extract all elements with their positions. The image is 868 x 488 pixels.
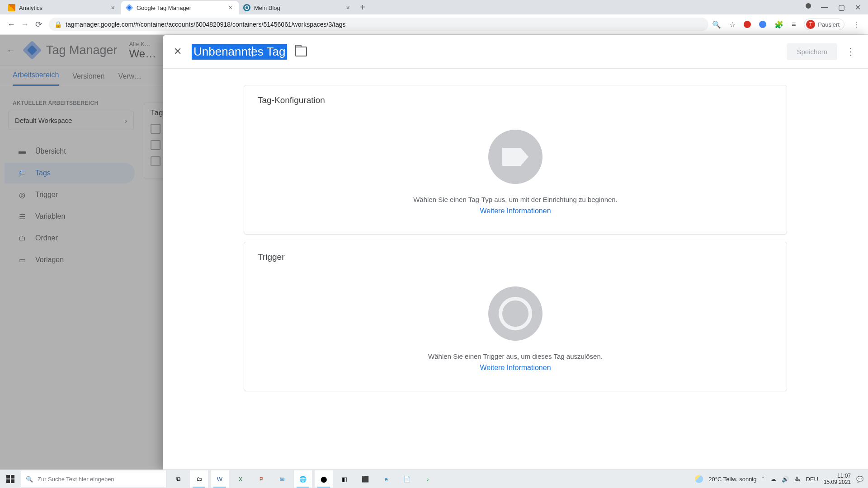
- card-title: Trigger: [258, 252, 773, 262]
- back-button[interactable]: ←: [5, 20, 18, 29]
- start-button[interactable]: [0, 470, 21, 488]
- close-icon[interactable]: ×: [227, 3, 234, 12]
- close-icon[interactable]: ×: [109, 3, 117, 12]
- tag-editor-sheet: ✕ Unbenanntes Tag Speichern ⋮ Tag-Konfig…: [163, 35, 868, 470]
- tab-blog[interactable]: Mein Blog ×: [239, 1, 356, 14]
- mail-icon[interactable]: ✉: [273, 470, 291, 488]
- sheet-header: ✕ Unbenanntes Tag Speichern ⋮: [163, 35, 868, 68]
- address-bar[interactable]: 🔒 tagmanager.google.com/#/container/acco…: [49, 18, 708, 31]
- clock-date: 15.09.2021: [824, 479, 851, 485]
- new-tab-button[interactable]: +: [356, 0, 369, 14]
- save-button[interactable]: Speichern: [787, 43, 837, 60]
- extensions-icon[interactable]: 🧩: [774, 20, 783, 29]
- excel-icon[interactable]: X: [231, 470, 250, 488]
- search-icon: 🔍: [26, 476, 33, 483]
- profile-dot-icon[interactable]: [806, 3, 811, 9]
- tag-name-text: Unbenanntes Tag: [193, 45, 285, 58]
- taskbar-apps: ⧉ 🗂 W X P ✉ 🌐 ⬤ ◧ ⬛ e 📄 ♪: [169, 470, 437, 488]
- windows-taskbar: 🔍 Zur Suche Text hier eingeben ⧉ 🗂 W X P…: [0, 469, 868, 488]
- window-controls: — ▢ ✕: [806, 3, 868, 12]
- maximize-icon[interactable]: ▢: [838, 3, 845, 12]
- app-icon[interactable]: ◧: [335, 470, 354, 488]
- config-more-link[interactable]: Weitere Informationen: [480, 207, 551, 215]
- onedrive-icon[interactable]: ☁: [770, 476, 776, 483]
- browser-tabstrip: Analytics × Google Tag Manager × Mein Bl…: [0, 0, 868, 14]
- gtm-favicon: [126, 4, 133, 11]
- taskbar-clock[interactable]: 11:07 15.09.2021: [824, 473, 851, 485]
- reload-button[interactable]: ⟳: [32, 19, 45, 29]
- wordpress-favicon: [243, 4, 250, 11]
- trigger-card[interactable]: Trigger Wählen Sie einen Trigger aus, um…: [244, 242, 787, 391]
- spotify-icon[interactable]: ♪: [419, 470, 437, 488]
- tab-title: Analytics: [19, 5, 109, 11]
- obs-icon[interactable]: ⬤: [315, 470, 333, 488]
- trigger-more-link[interactable]: Weitere Informationen: [480, 364, 551, 372]
- text-caret: [252, 47, 253, 56]
- tab-analytics[interactable]: Analytics ×: [4, 1, 121, 14]
- close-icon[interactable]: ×: [344, 3, 352, 12]
- reading-list-icon[interactable]: ≡: [792, 20, 796, 28]
- tab-title: Google Tag Manager: [137, 5, 227, 11]
- taskview-icon[interactable]: ⧉: [169, 470, 187, 488]
- powerpoint-icon[interactable]: P: [252, 470, 270, 488]
- notepad-icon[interactable]: 📄: [398, 470, 416, 488]
- minimize-icon[interactable]: —: [821, 3, 828, 12]
- keyboard-lang[interactable]: DEU: [806, 476, 818, 483]
- tag-config-card[interactable]: Tag-Konfiguration Wählen Sie einen Tag-T…: [244, 85, 787, 235]
- chrome-icon[interactable]: 🌐: [294, 470, 312, 488]
- close-window-icon[interactable]: ✕: [855, 3, 861, 12]
- profile-status: Pausiert: [818, 21, 840, 28]
- weather-text[interactable]: 20°C Teilw. sonnig: [708, 476, 756, 483]
- volume-icon[interactable]: 🔊: [782, 476, 789, 483]
- analytics-favicon: [8, 4, 15, 11]
- browser-toolbar: ← → ⟳ 🔒 tagmanager.google.com/#/containe…: [0, 14, 868, 35]
- close-icon[interactable]: ✕: [174, 46, 192, 57]
- search-placeholder: Zur Suche Text hier eingeben: [38, 476, 114, 483]
- bookmark-icon[interactable]: ☆: [729, 20, 736, 29]
- app-icon[interactable]: ⬛: [356, 470, 374, 488]
- folder-icon[interactable]: [295, 47, 307, 56]
- zoom-icon[interactable]: 🔍: [712, 20, 721, 29]
- forward-button[interactable]: →: [18, 20, 32, 29]
- profile-chip[interactable]: T Pausiert: [804, 19, 844, 30]
- card-title: Tag-Konfiguration: [258, 95, 773, 105]
- more-icon[interactable]: ⋮: [844, 46, 857, 57]
- tab-title: Mein Blog: [254, 5, 344, 11]
- tab-gtm[interactable]: Google Tag Manager ×: [121, 1, 239, 14]
- trigger-placeholder-icon: [488, 286, 542, 341]
- extension-icon[interactable]: [744, 21, 751, 28]
- word-icon[interactable]: W: [211, 470, 229, 488]
- explorer-icon[interactable]: 🗂: [190, 470, 208, 488]
- extension-icon[interactable]: [759, 21, 766, 28]
- config-hint: Wählen Sie einen Tag-Typ aus, um mit der…: [413, 196, 618, 203]
- url-text: tagmanager.google.com/#/container/accoun…: [66, 21, 346, 28]
- profile-avatar: T: [806, 20, 815, 29]
- tray-chevron-icon[interactable]: ˄: [762, 476, 765, 483]
- tag-name-input[interactable]: Unbenanntes Tag: [192, 44, 287, 60]
- chrome-menu-icon[interactable]: ⋮: [853, 20, 860, 29]
- lock-icon: 🔒: [54, 21, 62, 28]
- windows-logo-icon: [6, 475, 14, 483]
- clock-time: 11:07: [824, 473, 851, 479]
- notifications-icon[interactable]: 💬: [856, 476, 863, 483]
- trigger-hint: Wählen Sie einen Trigger aus, um dieses …: [428, 352, 603, 360]
- network-icon[interactable]: 🖧: [794, 476, 800, 483]
- weather-icon: [695, 475, 703, 483]
- edge-icon[interactable]: e: [377, 470, 395, 488]
- sheet-body: Tag-Konfiguration Wählen Sie einen Tag-T…: [163, 69, 868, 470]
- taskbar-search[interactable]: 🔍 Zur Suche Text hier eingeben: [21, 470, 166, 488]
- tag-placeholder-icon: [488, 130, 542, 184]
